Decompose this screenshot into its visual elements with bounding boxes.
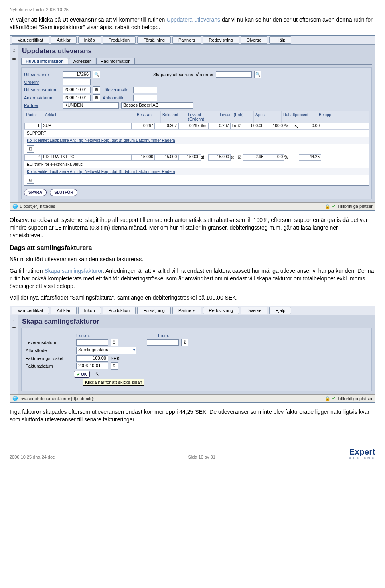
- input-ankomstdatum[interactable]: 2006-10-01: [63, 95, 91, 101]
- cell-apris[interactable]: 2.95: [243, 154, 265, 161]
- row-description: SUPPORT: [24, 130, 369, 137]
- unit-percent: %: [284, 124, 290, 128]
- menu-item[interactable]: Artiklar: [51, 307, 76, 314]
- cell-bekr[interactable]: 0.267: [155, 123, 178, 129]
- input-fakturadatum[interactable]: 2006-10-01: [76, 363, 108, 369]
- lookup-icon[interactable]: 🔍: [254, 71, 261, 78]
- left-toolbar: ⌂ ≣: [10, 315, 18, 395]
- slutfor-button[interactable]: SLUTFÖR: [50, 189, 77, 196]
- menu-item[interactable]: Diverse: [241, 36, 267, 44]
- lookup-icon[interactable]: 🔍: [93, 71, 100, 78]
- input-utleveranstid[interactable]: [133, 87, 157, 93]
- input-leveransdatum-from[interactable]: [76, 339, 108, 346]
- input-ankomsttid[interactable]: [133, 95, 157, 101]
- calendar-icon[interactable]: 🗓: [181, 339, 188, 346]
- input-skapa-ny-order[interactable]: [216, 71, 252, 78]
- cell-levo[interactable]: 0.267: [178, 123, 201, 129]
- heading-dags-att-samlingsfakturera: Dags att samlingsfakturera: [10, 244, 375, 252]
- calendar-icon[interactable]: 🗓: [93, 86, 100, 93]
- input-ordernr[interactable]: [63, 79, 91, 85]
- menu-item[interactable]: Varucertifikat: [12, 36, 49, 44]
- ok-button[interactable]: ✔OK: [74, 371, 90, 378]
- calendar-icon[interactable]: 🗓: [111, 339, 118, 346]
- paragraph-6: Inga fakturor skapades eftersom utlevera…: [10, 408, 375, 423]
- menu-item[interactable]: Inköp: [78, 36, 101, 44]
- home-icon[interactable]: ⌂: [12, 318, 15, 323]
- paragraph-2: Observera också att systemet slagit ihop…: [10, 216, 375, 239]
- cell-belopp[interactable]: 44.25: [299, 154, 321, 161]
- cell-rabatt[interactable]: 100.0: [265, 123, 284, 129]
- expand-icon[interactable]: ⊟: [27, 177, 34, 184]
- list-icon[interactable]: ≣: [12, 55, 16, 61]
- cell-apris[interactable]: 800.00: [243, 123, 265, 129]
- calendar-icon[interactable]: 🗓: [111, 362, 118, 370]
- col-apris: Ápris: [254, 111, 282, 123]
- link-uppdatera-utleverans: Uppdatera utleverans: [166, 16, 220, 23]
- tab-huvudinformation[interactable]: Huvudinformation: [21, 58, 68, 64]
- input-leveransdatum-tom[interactable]: [147, 339, 179, 346]
- link-skapa-samlingsfakturor: Skapa samlingsfakturor: [44, 268, 103, 274]
- menu-item[interactable]: Diverse: [241, 307, 267, 314]
- unit-sek: SEK: [111, 356, 120, 361]
- cell-rabatt[interactable]: 0.0: [265, 154, 284, 161]
- footer-pagenum: Sida 10 av 31: [188, 455, 215, 459]
- menu-item[interactable]: Redovisning: [203, 307, 239, 314]
- ok-label: OK: [81, 372, 87, 377]
- menu-item[interactable]: Försäljning: [137, 36, 171, 44]
- form-area: Fr.o.m. T.o.m. Leveransdatum 🗓 🗓 Affärsf…: [21, 328, 372, 391]
- menu-item[interactable]: Partners: [172, 36, 201, 44]
- menu-item[interactable]: Partners: [172, 307, 201, 314]
- cell-artikel[interactable]: EDI TRAFIK EPC: [41, 154, 131, 161]
- label-utleveransdatum: Utleveransdatum: [24, 87, 60, 92]
- list-icon[interactable]: ≣: [12, 326, 16, 331]
- home-icon[interactable]: ⌂: [12, 47, 15, 53]
- cell-radnr[interactable]: 1: [24, 123, 41, 129]
- unit: st: [201, 155, 208, 159]
- menu-item[interactable]: Artiklar: [51, 36, 76, 44]
- cell-bekr[interactable]: 15.000: [155, 154, 178, 161]
- cell-leve[interactable]: 15.000: [208, 154, 231, 161]
- checkbox-icon[interactable]: ☑: [238, 155, 243, 159]
- label-skapa-ny: Skapa ny utleverans från order: [153, 72, 213, 77]
- tab-radinformation[interactable]: Radinformation: [96, 58, 135, 64]
- cell-best[interactable]: 15.000: [131, 154, 155, 161]
- cell-radnr[interactable]: 2: [24, 154, 41, 161]
- sub-icon-row: ⊟: [24, 144, 369, 154]
- col-bekr: Bekr. ant: [161, 111, 186, 123]
- input-partner-code[interactable]: KUNDEN: [63, 102, 119, 109]
- menu-item[interactable]: Varucertifikat: [12, 307, 49, 314]
- cell-belopp[interactable]: 0.00: [299, 123, 321, 129]
- cell-best[interactable]: 0.267: [131, 123, 155, 129]
- main-menu: Varucertifikat Artiklar Inköp Produktion…: [10, 306, 375, 315]
- row-description: EDI trafik för elektroniska varuc: [24, 161, 369, 168]
- tab-adresser[interactable]: Adresser: [69, 58, 95, 64]
- check-icon: ✔: [332, 204, 336, 209]
- menu-item[interactable]: Inköp: [78, 307, 101, 314]
- cell-artikel[interactable]: SUP: [41, 123, 131, 129]
- col-radnr: Radnr: [24, 111, 43, 123]
- col-levo: Lev.ant (Ordenh): [186, 111, 218, 123]
- checkbox-icon[interactable]: ☑: [238, 124, 243, 128]
- menu-item[interactable]: Redovisning: [203, 36, 239, 44]
- tooltip: Klicka här för att skicka sidan: [83, 379, 144, 386]
- sub-icon-row: ⊟: [24, 175, 369, 185]
- expand-icon[interactable]: ⊟: [27, 145, 34, 153]
- input-utleveransnr[interactable]: 17266: [63, 71, 91, 78]
- select-affarsflode[interactable]: Samlingsfaktura: [76, 347, 136, 354]
- status-text: 1 post(er) hittades: [20, 204, 55, 209]
- menu-item[interactable]: Produktion: [103, 307, 136, 314]
- input-faktureringstroskel[interactable]: 100.00: [76, 355, 108, 362]
- input-utleveransdatum[interactable]: 2006-10-01: [63, 87, 91, 93]
- col-artikel: Artikel: [43, 111, 135, 123]
- paragraph-5: Välj det nya affärsflödet "Samlingsfaktu…: [10, 294, 375, 302]
- calendar-icon[interactable]: 🗓: [93, 94, 100, 101]
- menu-item[interactable]: Produktion: [103, 36, 136, 44]
- check-icon: ✔: [77, 372, 80, 377]
- menu-item[interactable]: Hjälp: [269, 36, 291, 44]
- cell-levo[interactable]: 15.000: [178, 154, 201, 161]
- cell-leve[interactable]: 0.267: [208, 123, 231, 129]
- menu-item[interactable]: Försäljning: [137, 307, 171, 314]
- input-partner-name[interactable]: Bosses Bageri AB: [121, 102, 193, 109]
- spara-button[interactable]: SPARA: [24, 189, 47, 196]
- menu-item[interactable]: Hjälp: [269, 307, 291, 314]
